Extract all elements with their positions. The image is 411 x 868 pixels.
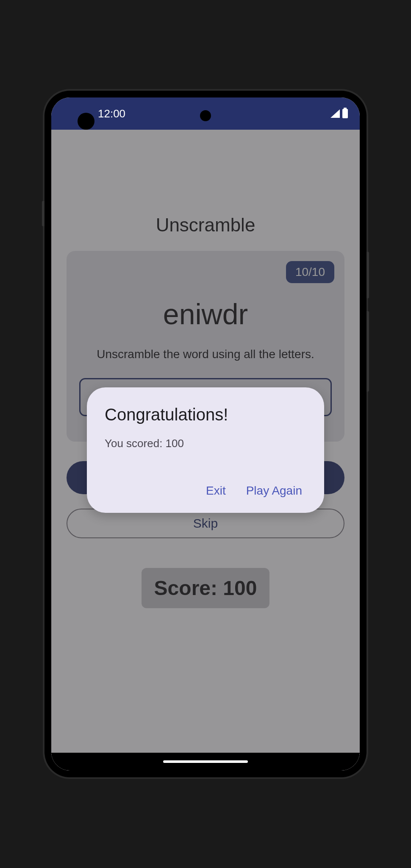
exit-button[interactable]: Exit	[206, 484, 226, 498]
phone-frame: 12:00 Unscramble 10/10 eniwdr Unscramble…	[44, 91, 367, 777]
dialog-title: Congratulations!	[105, 405, 306, 424]
nav-bar	[51, 753, 360, 771]
side-button-left	[42, 201, 44, 226]
signal-icon	[330, 109, 340, 118]
side-button-1	[367, 252, 369, 298]
dialog-body: You scored: 100	[105, 437, 306, 450]
dialog-actions: Exit Play Again	[105, 484, 306, 498]
battery-icon	[342, 109, 348, 118]
game-over-dialog: Congratulations! You scored: 100 Exit Pl…	[87, 387, 324, 513]
screen: 12:00 Unscramble 10/10 eniwdr Unscramble…	[51, 97, 360, 771]
status-indicators	[330, 109, 348, 118]
front-camera-cutout	[78, 113, 94, 130]
status-time: 12:00	[98, 107, 125, 120]
play-again-button[interactable]: Play Again	[246, 484, 302, 498]
hole-punch-camera	[200, 110, 211, 121]
side-button-2	[367, 311, 369, 392]
nav-pill[interactable]	[163, 760, 248, 763]
app-content: Unscramble 10/10 eniwdr Unscramble the w…	[51, 130, 360, 771]
